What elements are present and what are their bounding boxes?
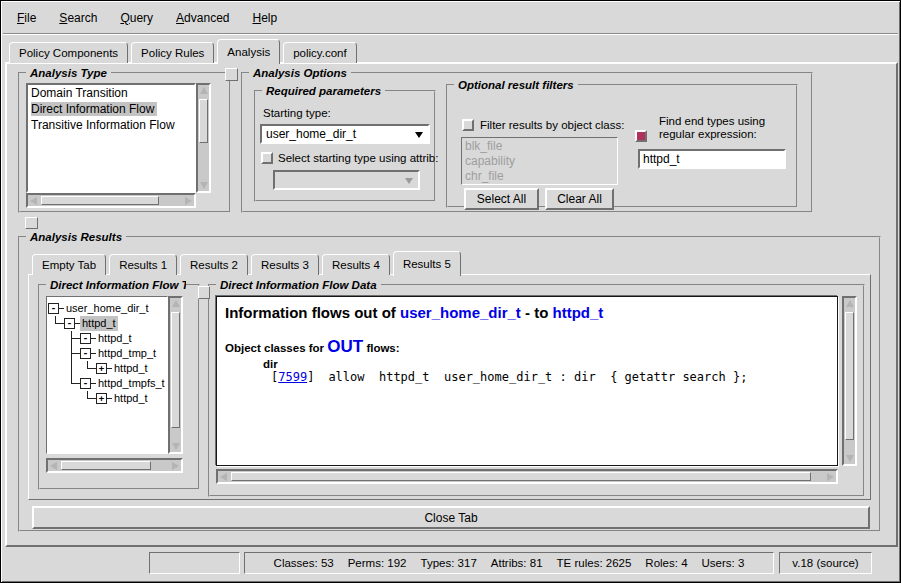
tree-node-label[interactable]: user_home_dir_t [64, 301, 151, 316]
collapse-icon[interactable]: - [80, 348, 91, 359]
select-all-button[interactable]: Select All [464, 188, 539, 210]
attrib-checkbox[interactable] [261, 152, 273, 164]
scroll-down-arrow[interactable] [198, 178, 209, 191]
tree-node[interactable]: -httpd_t [48, 331, 166, 346]
analysis-type-option[interactable]: Transitive Information Flow [28, 117, 194, 133]
tree-node-label[interactable]: httpd_tmp_t [96, 346, 158, 361]
tree-node[interactable]: -httpd_tmpfs_t [48, 376, 166, 391]
scroll-down-arrow[interactable] [170, 439, 181, 452]
results-tab-label: Results 5 [403, 258, 451, 270]
collapse-icon[interactable]: - [48, 303, 59, 314]
flow-data-textarea[interactable]: Information flows out of user_home_dir_t… [216, 296, 838, 466]
scroll-left-arrow[interactable] [48, 460, 61, 471]
analysis-type-hscrollbar[interactable] [26, 193, 196, 208]
scrollbar-thumb[interactable] [171, 312, 180, 428]
scroll-down-arrow[interactable] [844, 451, 855, 464]
menu-separator [3, 33, 898, 35]
regex-input[interactable]: httpd_t [638, 149, 786, 169]
tree-node[interactable]: -httpd_t [48, 316, 166, 331]
tree-node-label[interactable]: httpd_t [80, 316, 118, 331]
analysis-type-vscrollbar[interactable] [196, 83, 211, 193]
tree-guide-line [48, 361, 64, 376]
main-tab[interactable]: policy.conf [283, 42, 356, 63]
pane-sash-handle[interactable] [25, 217, 38, 229]
tree-node[interactable]: +httpd_t [48, 391, 166, 406]
scroll-up-arrow[interactable] [844, 298, 855, 311]
scrollbar-thumb[interactable] [41, 196, 159, 205]
analysis-type-option[interactable]: Direct Information Flow [28, 101, 194, 117]
analysis-results-title: Analysis Results [26, 230, 126, 244]
main-tab[interactable]: Analysis [217, 39, 280, 64]
analysis-type-listbox[interactable]: Domain TransitionDirect Information Flow… [26, 83, 196, 193]
close-tab-button[interactable]: Close Tab [32, 506, 870, 529]
menu-item[interactable]: File [12, 8, 41, 28]
scrollbar-thumb[interactable] [231, 472, 811, 481]
starting-type-value: user_home_dir_t [266, 127, 356, 141]
clear-all-button[interactable]: Clear All [545, 188, 614, 210]
main-tab[interactable]: Policy Rules [131, 42, 214, 63]
flow-tree[interactable]: -user_home_dir_t-httpd_t-httpd_t-httpd_t… [46, 296, 168, 454]
menu-item[interactable]: Search [54, 8, 102, 28]
tree-node-label[interactable]: httpd_t [112, 391, 150, 406]
rule-number-link[interactable]: 7599 [278, 370, 307, 384]
results-tab[interactable]: Empty Tab [32, 254, 106, 275]
main-tab-label: policy.conf [293, 47, 346, 59]
analysis-type-option[interactable]: Domain Transition [28, 85, 194, 101]
scroll-right-arrow[interactable] [823, 471, 836, 482]
expand-icon[interactable]: + [96, 393, 107, 404]
collapse-icon[interactable]: - [80, 333, 91, 344]
flow-tree-vscrollbar[interactable] [168, 296, 183, 454]
scrollbar-thumb[interactable] [61, 461, 151, 470]
tree-node-label[interactable]: httpd_t [96, 331, 134, 346]
results-tab[interactable]: Results 5 [393, 251, 461, 276]
scroll-right-arrow[interactable] [181, 195, 194, 206]
scrollbar-thumb[interactable] [199, 99, 208, 143]
results-tab[interactable]: Results 4 [322, 254, 390, 275]
rule-text: allow httpd_t user_home_dir_t : dir { ge… [328, 370, 747, 384]
scroll-right-arrow[interactable] [168, 460, 181, 471]
pane-sash-handle[interactable] [198, 286, 210, 299]
collapse-icon[interactable]: - [64, 318, 75, 329]
regex-checkbox-label: Find end types using regular expression: [659, 115, 797, 141]
filter-object-class-checkbox[interactable] [462, 119, 474, 131]
menu-item[interactable]: Advanced [171, 8, 234, 28]
analysis-options-title: Analysis Options [249, 66, 351, 80]
starting-type-combobox[interactable]: user_home_dir_t [260, 124, 430, 144]
tree-node[interactable]: -user_home_dir_t [48, 301, 166, 316]
optional-filters-group: Optional result filters Filter results b… [446, 84, 798, 208]
chevron-down-icon [405, 178, 413, 184]
scroll-up-arrow[interactable] [170, 298, 181, 311]
regex-checkbox[interactable] [635, 130, 647, 142]
object-class-name: dir [263, 358, 829, 370]
scroll-up-arrow[interactable] [198, 85, 209, 98]
tree-guide-line [80, 391, 96, 406]
menu-item[interactable]: Help [247, 8, 282, 28]
flow-data-hscrollbar[interactable] [216, 469, 838, 484]
menu-item-label: Help [252, 11, 277, 25]
collapse-icon[interactable]: - [80, 378, 91, 389]
tree-node[interactable]: +httpd_t [48, 361, 166, 376]
policy-stat: Roles: 4 [645, 557, 687, 569]
menu-item[interactable]: Query [115, 8, 158, 28]
results-tab[interactable]: Results 1 [109, 254, 177, 275]
policy-stat: Classes: 53 [274, 557, 334, 569]
results-tab[interactable]: Results 3 [251, 254, 319, 275]
scroll-left-arrow[interactable] [218, 471, 231, 482]
main-tab[interactable]: Policy Components [9, 42, 128, 63]
flow-source-type: user_home_dir_t [400, 304, 521, 321]
expand-icon[interactable]: + [96, 363, 107, 374]
scrollbar-thumb[interactable] [845, 312, 854, 440]
chevron-down-icon[interactable] [415, 132, 423, 138]
results-tab-label: Results 1 [119, 259, 167, 271]
results-tab[interactable]: Results 2 [180, 254, 248, 275]
tree-node[interactable]: -httpd_tmp_t [48, 346, 166, 361]
tree-guide-line [64, 376, 80, 391]
tree-node-label[interactable]: httpd_t [112, 361, 150, 376]
tree-node-label[interactable]: httpd_tmpfs_t [96, 376, 167, 391]
flow-tree-hscrollbar[interactable] [46, 458, 183, 473]
pane-sash-handle[interactable] [225, 68, 238, 81]
tree-guide-line [64, 346, 80, 361]
scroll-left-arrow[interactable] [28, 195, 41, 206]
flow-data-vscrollbar[interactable] [842, 296, 857, 466]
flow-data-title: Direct Information Flow Data [216, 278, 381, 292]
